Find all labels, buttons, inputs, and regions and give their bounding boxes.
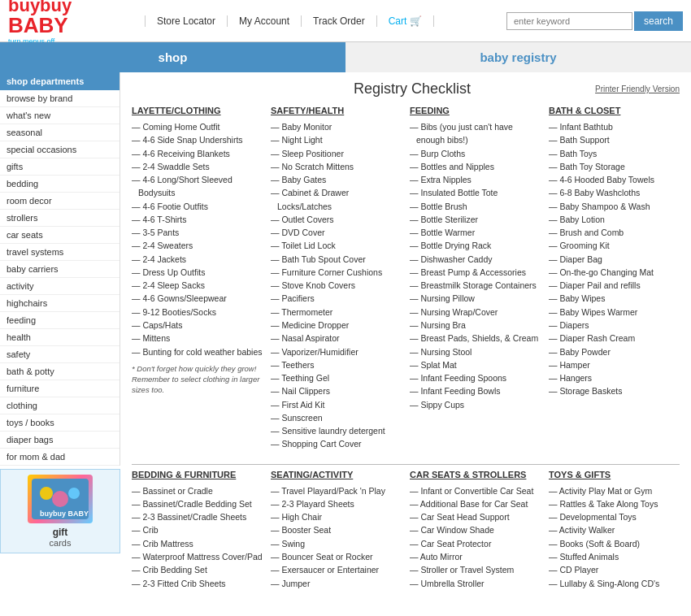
section-title-safety: SAFETY/HEALTH (271, 106, 402, 115)
section-bedding-furniture: BEDDING & FURNITURE Bassinet or Cradle B… (132, 470, 263, 590)
list-item: Booster Seat (271, 523, 402, 536)
sidebar-item-furniture[interactable]: furniture (0, 380, 120, 397)
sidebar-item-safety[interactable]: safety (0, 346, 120, 363)
sidebar-item-whats-new[interactable]: what's new (0, 107, 120, 124)
list-item: Exersaucer or Entertainer (271, 563, 402, 576)
list-item: Toilet Lid Lock (271, 239, 402, 252)
sidebar-item-bath-potty[interactable]: bath & potty (0, 363, 120, 380)
sidebar-item-baby-carriers[interactable]: baby carriers (0, 261, 120, 278)
list-item: 2-3 Playard Sheets (271, 497, 402, 510)
list-item: 3-5 Pants (132, 226, 263, 239)
logo: buybuy BABY turn menus off (8, 0, 128, 46)
list-item: Activity Play Mat or Gym (549, 484, 680, 497)
list-item: Breastmilk Storage Containers (410, 279, 541, 292)
list-item: Baby Wipes (549, 292, 680, 305)
gift-card-label: gift (6, 527, 115, 538)
list-item: Diaper Bag (549, 253, 680, 266)
sidebar-item-bedding[interactable]: bedding (0, 176, 120, 193)
tab-bar: shop baby registry (0, 42, 691, 72)
list-item: Shopping Cart Cover (271, 437, 402, 450)
list-item: Mittens (132, 332, 263, 345)
sidebar-item-diaper-bags[interactable]: diaper bags (0, 432, 120, 449)
list-item: Crib Mattress (132, 537, 263, 550)
my-account-link[interactable]: My Account (228, 15, 302, 27)
list-item: Breast Pads, Shields, & Cream (410, 332, 541, 345)
section-title-feeding: FEEDING (410, 106, 541, 115)
checklist-grid-bottom: BEDDING & FURNITURE Bassinet or Cradle B… (132, 470, 680, 590)
tab-shop[interactable]: shop (0, 42, 346, 72)
sidebar-item-travel-systems[interactable]: travel systems (0, 244, 120, 261)
list-item: Coming Home Outfit (132, 120, 263, 133)
list-item: Baby Monitor (271, 120, 402, 133)
list-item: Infant or Convertible Car Seat (410, 484, 541, 497)
sidebar-item-activity[interactable]: activity (0, 278, 120, 295)
list-item: Burp Cloths (410, 147, 541, 160)
search-button[interactable]: search (634, 11, 683, 31)
list-item: Stuffed Animals (549, 550, 680, 563)
sidebar-item-for-mom-dad[interactable]: for mom & dad (0, 449, 120, 466)
section-title-layette: LAYETTE/CLOTHING (132, 106, 263, 115)
nav-links: Store Locator My Account Track Order Car… (128, 15, 506, 27)
list-item: Sleep Positioner (271, 147, 402, 160)
section-note-layette: * Don't forget how quickly they grow! Re… (132, 363, 263, 396)
list-item: Sensitive laundry detergent (271, 424, 402, 437)
sidebar-item-health[interactable]: health (0, 329, 120, 346)
list-item: 6-8 Baby Washcloths (549, 186, 680, 199)
cart-link[interactable]: Cart 🛒 (377, 15, 434, 27)
sidebar-item-clothing[interactable]: clothing (0, 397, 120, 414)
list-item: Bunting for cold weather babies (132, 345, 263, 358)
list-item: 2-4 Sweaters (132, 239, 263, 252)
list-item: Baby Wipes Warmer (549, 306, 680, 319)
list-item: High Chair (271, 510, 402, 523)
tab-baby-registry[interactable]: baby registry (346, 42, 691, 72)
list-item: Hamper (549, 358, 680, 371)
list-item: Cabinet & Drawer Locks/Latches (271, 186, 402, 213)
sidebar-item-car-seats[interactable]: car seats (0, 227, 120, 244)
sidebar-item-seasonal[interactable]: seasonal (0, 124, 120, 141)
section-car-seats: CAR SEATS & STROLLERS Infant or Converti… (410, 470, 541, 590)
search-input[interactable] (506, 12, 632, 30)
section-title-bedding: BEDDING & FURNITURE (132, 470, 263, 479)
list-item: Baby Gates (271, 173, 402, 186)
list-item: DVD Cover (271, 226, 402, 239)
list-item: 2-4 Sleep Sacks (132, 279, 263, 292)
list-item: Travel Playard/Pack 'n Play (271, 484, 402, 497)
list-item: Bath Tub Spout Cover (271, 253, 402, 266)
sidebar-header: shop departments (0, 72, 120, 90)
sidebar-item-browse-brand[interactable]: browse by brand (0, 90, 120, 107)
list-item: Splat Mat (410, 358, 541, 371)
sidebar-item-special-occasions[interactable]: special occasions (0, 141, 120, 158)
sidebar-item-room-decor[interactable]: room decor (0, 193, 120, 210)
list-item: 4-6 T-Shirts (132, 213, 263, 226)
track-order-link[interactable]: Track Order (302, 15, 377, 27)
list-item: Developmental Toys (549, 510, 680, 523)
sidebar-item-highchairs[interactable]: highchairs (0, 295, 120, 312)
logo-baby: BABY (8, 13, 68, 37)
page-title: Registry Checklist (229, 80, 595, 98)
list-item: Brush and Comb (549, 226, 680, 239)
list-item: Car Window Shade (410, 523, 541, 536)
list-item: Baby Powder (549, 345, 680, 358)
list-item: Stroller or Travel System (410, 563, 541, 576)
list-item: Crib (132, 523, 263, 536)
store-locator-link[interactable]: Store Locator (145, 15, 228, 27)
printer-friendly-link[interactable]: Printer Friendly Version (595, 85, 680, 93)
list-item: Night Light (271, 133, 402, 146)
section-title-car-seats: CAR SEATS & STROLLERS (410, 470, 541, 479)
sidebar-item-gifts[interactable]: gifts (0, 158, 120, 176)
list-item: Bassinet/Cradle Bedding Set (132, 497, 263, 510)
list-item: 4-6 Hooded Baby Towels (549, 173, 680, 186)
list-item: Car Seat Head Support (410, 510, 541, 523)
gift-card-sub: cards (6, 538, 115, 548)
sidebar-item-toys-books[interactable]: toys / books (0, 414, 120, 432)
list-item: Swing (271, 537, 402, 550)
sidebar-item-feeding[interactable]: feeding (0, 312, 120, 329)
list-item: Bottles and Nipples (410, 160, 541, 173)
sidebar-item-strollers[interactable]: strollers (0, 210, 120, 227)
list-item: Dress Up Outfits (132, 266, 263, 279)
section-feeding: FEEDING Bibs (you just can't have enough… (410, 106, 541, 451)
list-item: 4-6 Receiving Blankets (132, 147, 263, 160)
content-area: Registry Checklist Printer Friendly Vers… (120, 72, 691, 598)
list-item: Nursing Pillow (410, 292, 541, 305)
list-item: Nursing Stool (410, 345, 541, 358)
